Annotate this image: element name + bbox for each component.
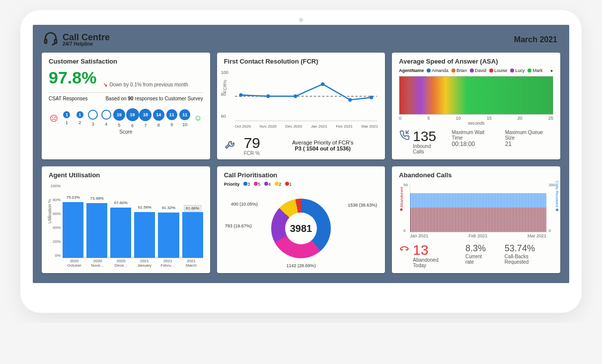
csat-value: 97.8% <box>49 68 96 87</box>
phone-incoming-icon <box>399 130 410 142</box>
svg-rect-0 <box>45 39 47 43</box>
svg-point-6 <box>321 82 324 86</box>
fcr-number-label: FCR % <box>244 150 260 156</box>
sad-face-icon: ☹ <box>50 114 58 123</box>
bar[interactable]: 67.80% <box>110 208 131 258</box>
brand: Call Centre 24/7 Helpline <box>43 31 110 49</box>
slice-label: 1538 (38.63%) <box>348 203 377 208</box>
abandoned-rate-value: 8.3% <box>465 243 492 254</box>
fcr-y-axis: 100 80 60 <box>221 70 228 119</box>
asa-chart[interactable] <box>399 76 553 115</box>
fcr-chart[interactable]: FCR% 100 80 60 <box>235 72 377 121</box>
fcr-x-axis: Oct 2020 Nov 2020 Dec 2020 Jan 2021 Feb … <box>235 124 378 129</box>
chevron-right-icon[interactable]: ▸ <box>551 68 553 73</box>
util-title: Agent Utilisation <box>49 171 203 179</box>
csat-score-label: Score <box>49 129 203 135</box>
bar[interactable]: 73.98% <box>86 203 107 258</box>
bubble[interactable]: 14 <box>153 109 164 121</box>
svg-point-3 <box>239 93 242 97</box>
slice-label: 400 (10.05%) <box>231 202 258 207</box>
fcr-avg-value: P3 ( 1504 out of 1536) <box>267 146 378 151</box>
inbound-label: Inbound Calls <box>413 144 443 154</box>
brand-sub: 24/7 Helpline <box>63 42 110 47</box>
topbar: Call Centre 24/7 Helpline March 2021 <box>33 25 569 53</box>
csat-responses-label: CSAT Responses <box>49 96 88 101</box>
brand-name: Call Centre <box>63 33 110 42</box>
dashboard-screen: Call Centre 24/7 Helpline March 2021 Cus… <box>33 25 569 283</box>
csat-title: Customer Satisfaction <box>49 58 203 65</box>
svg-rect-1 <box>55 39 57 43</box>
happy-face-icon: ☺ <box>194 114 202 123</box>
wait-value: 00:18:00 <box>452 141 496 147</box>
bubble[interactable] <box>88 110 98 120</box>
bar[interactable]: 75.23% <box>63 202 83 258</box>
donut-total: 3981 <box>290 223 312 234</box>
fcr-title: First Contact Resolution (FCR) <box>224 58 378 65</box>
prio-title: Call Prioritisation <box>224 171 378 179</box>
bubble[interactable]: 1 <box>76 111 83 118</box>
asa-xlabel: seconds <box>399 121 553 126</box>
ab-y-left: 500 <box>403 183 408 233</box>
arrow-down-icon: ↘ <box>103 82 107 87</box>
queue-value: 21 <box>505 141 553 147</box>
ab-ylabel-right: Calls Received <box>555 180 559 211</box>
bubble[interactable]: 19 <box>126 108 139 121</box>
divider <box>49 92 203 93</box>
csat-responses-text: Based on 90 responses to Customer Survey <box>105 96 203 101</box>
abandoned-today-value: 13 <box>413 243 452 257</box>
fcr-avg-label: Average Priority of FCR's <box>267 140 378 146</box>
card-grid: Customer Satisfaction 97.8% ↘ Down by 0.… <box>33 53 569 273</box>
fcr-number: 79 <box>244 136 260 150</box>
bar[interactable]: 61.32% <box>158 213 179 258</box>
abandoned-chart[interactable]: Abandoned Calls Received 500 2000 <box>410 185 546 232</box>
svg-point-7 <box>348 98 352 101</box>
abandoned-rate-label: Current rate <box>465 254 492 265</box>
donut-chart[interactable]: 3981 1538 (38.63%) 1142 (28.69%) 783 (19… <box>224 189 378 268</box>
util-x-axis: 2020 October 2020 Nove… 2020 Dece… 2021 … <box>63 259 203 268</box>
bubble[interactable]: 11 <box>166 109 177 120</box>
abandoned-kpis: 13 Abandoned Today 8.3% Current rate 53.… <box>399 243 553 268</box>
csat-delta-text: Down by 0.1% from previous month <box>109 82 188 87</box>
asa-kpis: 135 Inbound Calls Maximum Wait Time 00:1… <box>399 130 553 154</box>
asa-title: Average Speed of Answer (ASA) <box>399 58 553 65</box>
wait-label: Maximum Wait Time <box>452 130 496 141</box>
bubble[interactable]: 11 <box>179 109 190 120</box>
card-abandoned: Abandoned Calls Abandoned Calls Received… <box>392 166 560 273</box>
inbound-value: 135 <box>413 130 443 144</box>
util-chart[interactable]: Utilisation % 100%80%60%40%20%0% 75.23% … <box>63 184 203 258</box>
card-fcr: First Contact Resolution (FCR) FCR% 100 … <box>217 53 385 159</box>
csat-delta: ↘ Down by 0.1% from previous month <box>103 82 188 87</box>
callback-label: Call-Backs Requested <box>505 254 553 265</box>
callback-value: 53.74% <box>505 243 553 254</box>
bubble[interactable]: 18 <box>139 109 151 121</box>
card-prioritisation: Call Prioritisation Priority 3 5 4 2 1 3… <box>217 166 385 273</box>
bubble[interactable]: 15 <box>113 109 125 121</box>
slice-label: 1142 (28.69%) <box>286 263 315 268</box>
svg-point-4 <box>266 94 270 98</box>
ab-y-right: 2000 <box>549 183 555 233</box>
report-period: March 2021 <box>514 35 557 44</box>
bubble[interactable] <box>101 110 111 120</box>
bar[interactable]: 61.56% <box>134 212 155 258</box>
card-utilisation: Agent Utilisation Utilisation % 100%80%6… <box>42 166 210 273</box>
prio-legend: Priority 3 5 4 2 1 <box>224 182 378 187</box>
camera-dot <box>299 18 303 22</box>
bar[interactable]: 61.66% <box>182 212 203 258</box>
fcr-summary: 79 FCR % Average Priority of FCR's P3 ( … <box>224 136 378 156</box>
wrench-icon <box>224 139 237 152</box>
svg-point-5 <box>294 94 297 98</box>
csat-bubble-chart[interactable]: ☹ 11 12 3 4 155 196 187 148 119 1110 ☺ <box>49 108 203 128</box>
card-csat: Customer Satisfaction 97.8% ↘ Down by 0.… <box>42 53 210 159</box>
slice-label: 783 (19.67%) <box>225 223 252 228</box>
svg-point-8 <box>370 96 373 99</box>
laptop-frame: Call Centre 24/7 Helpline March 2021 Cus… <box>20 10 582 313</box>
asa-x-axis: 0 5 10 15 20 25 <box>399 116 553 121</box>
bubble[interactable]: 1 <box>63 111 70 118</box>
csat-responses-row: CSAT Responses Based on 90 responses to … <box>49 96 203 101</box>
phone-drop-icon <box>399 243 410 255</box>
headset-icon <box>43 31 59 49</box>
util-y-axis: 100%80%60%40%20%0% <box>48 184 61 258</box>
abandoned-title: Abandoned Calls <box>399 171 553 179</box>
abandoned-today-label: Abandoned Today <box>413 257 452 268</box>
abandoned-x-axis: Jan 2021 Feb 2021 Mar 2021 <box>410 233 546 238</box>
